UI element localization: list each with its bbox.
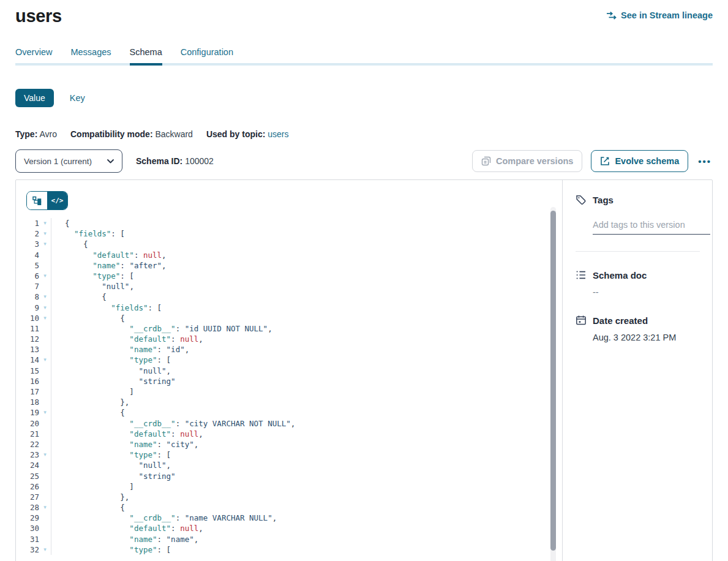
code-line: 23▾ "type": [ [16, 450, 562, 460]
fold-spacer [39, 260, 51, 271]
code-line: 24 "null", [16, 460, 562, 470]
fold-toggle-icon[interactable]: ▾ [39, 407, 51, 418]
code-text: "fields": [ [51, 303, 562, 313]
tree-view-button[interactable] [27, 192, 47, 209]
line-number: 9 [16, 303, 39, 313]
fold-toggle-icon[interactable]: ▾ [39, 355, 51, 365]
code-line: 13 "name": "id", [16, 344, 562, 355]
code-text: "name": "name", [51, 534, 562, 544]
line-number: 24 [16, 460, 39, 470]
meta-compat-value: Backward [155, 129, 192, 139]
code-line: 29 "__crdb__": "name VARCHAR NULL", [16, 513, 562, 523]
line-number: 13 [16, 344, 39, 355]
line-number: 2 [16, 228, 39, 239]
code-text: "default": null, [51, 334, 562, 344]
fold-spacer [39, 481, 51, 492]
code-line: 10▾ { [16, 313, 562, 323]
date-created-section: Date created Aug. 3 2022 3:21 PM [576, 315, 700, 342]
compare-versions-icon [481, 156, 491, 166]
code-line: 21 "default": null, [16, 429, 562, 439]
code-line: 18 }, [16, 397, 562, 407]
fold-toggle-icon[interactable]: ▾ [39, 502, 51, 513]
schema-doc-value: -- [593, 287, 700, 297]
code-line: 20 "__crdb__": "city VARCHAR NOT NULL", [16, 418, 562, 429]
code-text: "type": [ [51, 271, 562, 281]
code-line: 7 "null", [16, 281, 562, 292]
tree-view-icon [32, 196, 42, 205]
fold-toggle-icon[interactable]: ▾ [39, 271, 51, 281]
meta-compatibility: Compatibility mode: Backward [70, 129, 193, 139]
add-tags-input[interactable] [593, 219, 710, 235]
line-number: 19 [16, 407, 39, 418]
date-created-value: Aug. 3 2022 3:21 PM [593, 333, 700, 342]
topic-link[interactable]: users [268, 129, 288, 139]
stream-lineage-label: See in Stream lineage [621, 10, 713, 20]
page-header: users See in Stream lineage [15, 0, 713, 26]
line-number: 15 [16, 366, 39, 376]
value-tab-button[interactable]: Value [15, 89, 54, 107]
fold-spacer [39, 429, 51, 439]
compare-versions-button[interactable]: Compare versions [472, 150, 583, 172]
code-line: 22 "name": "city", [16, 439, 562, 450]
date-created-header: Date created [576, 315, 700, 326]
fold-toggle-icon[interactable]: ▾ [39, 218, 51, 228]
schema-card: </> 1▾{2▾ "fields": [3▾ {4 "default": nu… [15, 179, 713, 561]
fold-toggle-icon[interactable]: ▾ [39, 544, 51, 555]
line-number: 23 [16, 450, 39, 460]
doc-list-icon [576, 269, 587, 280]
fold-spacer [39, 471, 51, 481]
editor-scrollbar-thumb[interactable] [550, 211, 556, 551]
fold-toggle-icon[interactable]: ▾ [39, 303, 51, 313]
see-in-stream-lineage-link[interactable]: See in Stream lineage [606, 10, 713, 20]
schema-id-label: Schema ID: [136, 156, 182, 166]
code-text: "string" [51, 376, 562, 386]
code-text: "name": "id", [51, 344, 562, 355]
code-view-button[interactable]: </> [47, 192, 67, 209]
fold-toggle-icon[interactable]: ▾ [39, 239, 51, 249]
line-number: 29 [16, 513, 39, 523]
tab-overview[interactable]: Overview [15, 47, 52, 66]
line-number: 18 [16, 397, 39, 407]
tags-title: Tags [593, 195, 614, 205]
more-options-button[interactable]: ••• [697, 156, 713, 167]
line-number: 8 [16, 292, 39, 302]
tab-configuration[interactable]: Configuration [181, 47, 233, 66]
line-number: 25 [16, 471, 39, 481]
code-text: "null", [51, 281, 562, 292]
code-text: "null", [51, 366, 562, 376]
fold-spacer [39, 513, 51, 523]
code-text: "null", [51, 460, 562, 470]
page-title: users [15, 6, 62, 26]
fold-spacer [39, 460, 51, 470]
fold-spacer [39, 523, 51, 533]
line-number: 4 [16, 250, 39, 260]
code-text: "default": null, [51, 523, 562, 533]
code-text: "fields": [ [51, 228, 562, 239]
line-number: 1 [16, 218, 39, 228]
fold-spacer [39, 323, 51, 334]
code-text: "name": "city", [51, 439, 562, 450]
line-number: 32 [16, 544, 39, 555]
evolve-schema-button[interactable]: Evolve schema [591, 150, 688, 172]
fold-toggle-icon[interactable]: ▾ [39, 292, 51, 302]
fold-spacer [39, 334, 51, 344]
code-line: 27 }, [16, 492, 562, 502]
line-number: 7 [16, 281, 39, 292]
code-text: }, [51, 397, 562, 407]
schema-meta-row: Type: Avro Compatibility mode: Backward … [15, 129, 713, 139]
tags-section-header: Tags [576, 194, 700, 205]
tab-schema[interactable]: Schema [130, 47, 162, 66]
code-text: ] [51, 386, 562, 397]
fold-spacer [39, 366, 51, 376]
tab-messages[interactable]: Messages [70, 47, 111, 66]
schema-editor: </> 1▾{2▾ "fields": [3▾ {4 "default": nu… [16, 180, 562, 561]
fold-toggle-icon[interactable]: ▾ [39, 228, 51, 239]
fold-toggle-icon[interactable]: ▾ [39, 313, 51, 323]
version-select-value: Version 1 (current) [24, 157, 92, 166]
code-line: 9▾ "fields": [ [16, 303, 562, 313]
fold-toggle-icon[interactable]: ▾ [39, 450, 51, 460]
version-select[interactable]: Version 1 (current) [15, 149, 122, 173]
code-line: 4 "default": null, [16, 250, 562, 260]
code-text: "type": [ [51, 450, 562, 460]
key-tab-button[interactable]: Key [70, 93, 85, 103]
